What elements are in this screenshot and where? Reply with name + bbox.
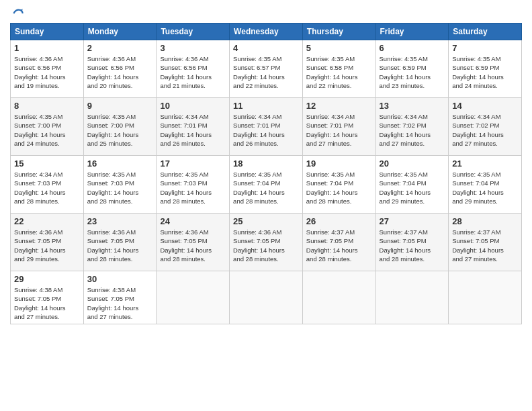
day-number: 7 bbox=[452, 43, 518, 53]
day-number: 15 bbox=[14, 158, 80, 169]
day-number: 28 bbox=[452, 216, 518, 226]
day-number: 2 bbox=[87, 43, 153, 53]
day-cell: 3Sunrise: 4:36 AMSunset: 6:56 PMDaylight… bbox=[157, 40, 230, 98]
day-number: 4 bbox=[233, 43, 299, 53]
day-info: Sunrise: 4:36 AMSunset: 7:05 PMDaylight:… bbox=[160, 228, 226, 263]
header-cell-monday: Monday bbox=[83, 24, 157, 40]
day-info: Sunrise: 4:35 AMSunset: 6:57 PMDaylight:… bbox=[233, 54, 299, 90]
day-number: 26 bbox=[306, 216, 372, 226]
day-number: 21 bbox=[452, 158, 518, 169]
day-info: Sunrise: 4:38 AMSunset: 7:05 PMDaylight:… bbox=[87, 285, 153, 321]
day-number: 24 bbox=[160, 216, 226, 226]
day-number: 10 bbox=[160, 101, 226, 111]
day-cell: 7Sunrise: 4:35 AMSunset: 6:59 PMDaylight… bbox=[449, 40, 522, 98]
calendar-table: SundayMondayTuesdayWednesdayThursdayFrid… bbox=[10, 23, 522, 324]
day-number: 13 bbox=[380, 101, 445, 111]
day-info: Sunrise: 4:34 AMSunset: 7:02 PMDaylight:… bbox=[380, 112, 445, 148]
day-info: Sunrise: 4:36 AMSunset: 7:05 PMDaylight:… bbox=[14, 228, 80, 263]
week-row-3: 22Sunrise: 4:36 AMSunset: 7:05 PMDayligh… bbox=[11, 214, 522, 271]
day-number: 30 bbox=[87, 274, 153, 284]
day-number: 27 bbox=[380, 216, 445, 226]
header-cell-friday: Friday bbox=[375, 24, 449, 40]
day-info: Sunrise: 4:35 AMSunset: 7:04 PMDaylight:… bbox=[233, 170, 299, 205]
day-info: Sunrise: 4:35 AMSunset: 6:59 PMDaylight:… bbox=[452, 54, 518, 90]
day-number: 22 bbox=[14, 216, 80, 226]
day-cell: 6Sunrise: 4:35 AMSunset: 6:59 PMDaylight… bbox=[375, 40, 449, 98]
day-cell: 2Sunrise: 4:36 AMSunset: 6:56 PMDaylight… bbox=[83, 40, 157, 98]
day-cell: 5Sunrise: 4:35 AMSunset: 6:58 PMDaylight… bbox=[302, 40, 375, 98]
day-info: Sunrise: 4:37 AMSunset: 7:05 PMDaylight:… bbox=[306, 228, 372, 263]
day-number: 20 bbox=[380, 158, 445, 169]
day-number: 5 bbox=[306, 43, 372, 53]
day-cell: 15Sunrise: 4:34 AMSunset: 7:03 PMDayligh… bbox=[11, 156, 84, 214]
day-info: Sunrise: 4:35 AMSunset: 6:58 PMDaylight:… bbox=[306, 54, 372, 90]
day-cell: 4Sunrise: 4:35 AMSunset: 6:57 PMDaylight… bbox=[230, 40, 303, 98]
day-info: Sunrise: 4:37 AMSunset: 7:05 PMDaylight:… bbox=[380, 228, 445, 263]
day-cell: 27Sunrise: 4:37 AMSunset: 7:05 PMDayligh… bbox=[375, 214, 449, 271]
day-cell: 13Sunrise: 4:34 AMSunset: 7:02 PMDayligh… bbox=[375, 98, 449, 156]
day-cell: 8Sunrise: 4:35 AMSunset: 7:00 PMDaylight… bbox=[11, 98, 84, 156]
day-info: Sunrise: 4:35 AMSunset: 7:00 PMDaylight:… bbox=[14, 112, 80, 148]
day-info: Sunrise: 4:35 AMSunset: 7:03 PMDaylight:… bbox=[160, 170, 226, 205]
day-number: 9 bbox=[87, 101, 153, 111]
day-number: 6 bbox=[380, 43, 445, 53]
day-number: 11 bbox=[233, 101, 299, 111]
day-info: Sunrise: 4:35 AMSunset: 6:59 PMDaylight:… bbox=[380, 54, 445, 90]
day-number: 16 bbox=[87, 158, 153, 169]
day-cell: 22Sunrise: 4:36 AMSunset: 7:05 PMDayligh… bbox=[11, 214, 84, 271]
day-cell bbox=[449, 271, 522, 324]
day-cell: 16Sunrise: 4:35 AMSunset: 7:03 PMDayligh… bbox=[83, 156, 157, 214]
header-cell-thursday: Thursday bbox=[302, 24, 375, 40]
day-number: 25 bbox=[233, 216, 299, 226]
page: SundayMondayTuesdayWednesdayThursdayFrid… bbox=[0, 0, 532, 411]
day-cell: 26Sunrise: 4:37 AMSunset: 7:05 PMDayligh… bbox=[302, 214, 375, 271]
day-number: 12 bbox=[306, 101, 372, 111]
day-cell: 12Sunrise: 4:34 AMSunset: 7:01 PMDayligh… bbox=[302, 98, 375, 156]
day-cell: 29Sunrise: 4:38 AMSunset: 7:05 PMDayligh… bbox=[11, 271, 84, 324]
week-row-1: 8Sunrise: 4:35 AMSunset: 7:00 PMDaylight… bbox=[11, 98, 522, 156]
day-cell: 18Sunrise: 4:35 AMSunset: 7:04 PMDayligh… bbox=[230, 156, 303, 214]
day-cell bbox=[157, 271, 230, 324]
day-cell bbox=[230, 271, 303, 324]
day-cell: 1Sunrise: 4:36 AMSunset: 6:56 PMDaylight… bbox=[11, 40, 84, 98]
day-cell: 23Sunrise: 4:36 AMSunset: 7:05 PMDayligh… bbox=[83, 214, 157, 271]
day-info: Sunrise: 4:36 AMSunset: 7:05 PMDaylight:… bbox=[87, 228, 153, 263]
day-info: Sunrise: 4:35 AMSunset: 7:04 PMDaylight:… bbox=[306, 170, 372, 205]
day-cell: 10Sunrise: 4:34 AMSunset: 7:01 PMDayligh… bbox=[157, 98, 230, 156]
day-cell: 25Sunrise: 4:36 AMSunset: 7:05 PMDayligh… bbox=[230, 214, 303, 271]
day-info: Sunrise: 4:35 AMSunset: 7:00 PMDaylight:… bbox=[87, 112, 153, 148]
header-cell-sunday: Sunday bbox=[11, 24, 84, 40]
day-info: Sunrise: 4:35 AMSunset: 7:04 PMDaylight:… bbox=[452, 170, 518, 205]
day-number: 29 bbox=[14, 274, 80, 284]
day-info: Sunrise: 4:34 AMSunset: 7:03 PMDaylight:… bbox=[14, 170, 80, 205]
header-row: SundayMondayTuesdayWednesdayThursdayFrid… bbox=[11, 24, 522, 40]
day-cell: 21Sunrise: 4:35 AMSunset: 7:04 PMDayligh… bbox=[449, 156, 522, 214]
day-cell: 17Sunrise: 4:35 AMSunset: 7:03 PMDayligh… bbox=[157, 156, 230, 214]
day-number: 18 bbox=[233, 158, 299, 169]
day-number: 14 bbox=[452, 101, 518, 111]
day-info: Sunrise: 4:38 AMSunset: 7:05 PMDaylight:… bbox=[14, 285, 80, 321]
day-info: Sunrise: 4:34 AMSunset: 7:01 PMDaylight:… bbox=[233, 112, 299, 148]
day-info: Sunrise: 4:34 AMSunset: 7:02 PMDaylight:… bbox=[452, 112, 518, 148]
day-number: 17 bbox=[160, 158, 226, 169]
day-cell: 24Sunrise: 4:36 AMSunset: 7:05 PMDayligh… bbox=[157, 214, 230, 271]
logo bbox=[10, 7, 25, 17]
day-cell: 14Sunrise: 4:34 AMSunset: 7:02 PMDayligh… bbox=[449, 98, 522, 156]
day-info: Sunrise: 4:34 AMSunset: 7:01 PMDaylight:… bbox=[306, 112, 372, 148]
header bbox=[10, 7, 522, 17]
day-info: Sunrise: 4:35 AMSunset: 7:04 PMDaylight:… bbox=[380, 170, 445, 205]
header-cell-wednesday: Wednesday bbox=[230, 24, 303, 40]
day-number: 23 bbox=[87, 216, 153, 226]
day-cell bbox=[375, 271, 449, 324]
header-cell-tuesday: Tuesday bbox=[157, 24, 230, 40]
day-info: Sunrise: 4:36 AMSunset: 6:56 PMDaylight:… bbox=[14, 54, 80, 90]
day-number: 3 bbox=[160, 43, 226, 53]
day-info: Sunrise: 4:36 AMSunset: 7:05 PMDaylight:… bbox=[233, 228, 299, 263]
day-number: 1 bbox=[14, 43, 80, 53]
day-cell: 20Sunrise: 4:35 AMSunset: 7:04 PMDayligh… bbox=[375, 156, 449, 214]
day-cell: 28Sunrise: 4:37 AMSunset: 7:05 PMDayligh… bbox=[449, 214, 522, 271]
day-cell: 30Sunrise: 4:38 AMSunset: 7:05 PMDayligh… bbox=[83, 271, 157, 324]
day-info: Sunrise: 4:36 AMSunset: 6:56 PMDaylight:… bbox=[160, 54, 226, 90]
day-number: 19 bbox=[306, 158, 372, 169]
day-info: Sunrise: 4:35 AMSunset: 7:03 PMDaylight:… bbox=[87, 170, 153, 205]
